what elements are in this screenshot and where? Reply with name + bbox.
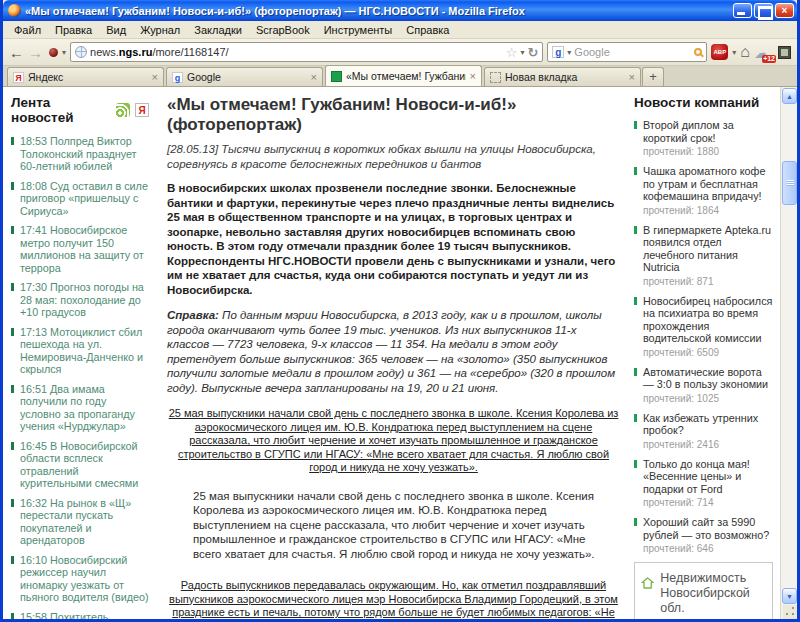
window-titlebar[interactable]: «Мы отмечаем! Гужбаним! Новоси-и-иб!» (ф… <box>3 0 797 21</box>
reads-count: прочтений: 1025 <box>643 393 773 404</box>
tab-close-icon[interactable]: × <box>629 72 635 83</box>
url-dropdown-icon[interactable]: ▾ <box>520 48 524 57</box>
company-news-link[interactable]: Только до конца мая! «Весенние цены» и п… <box>634 458 773 496</box>
url-bar[interactable]: news.ngs.ru/more/1168147/ ☆ ▾ ↻ <box>70 42 543 62</box>
tab-favicon <box>331 71 342 82</box>
company-news-item: Только до конца мая! «Весенние цены» и п… <box>634 458 773 509</box>
news-feed-sidebar: Лента новостей Я 18:53 Полпред Виктор То… <box>3 87 153 619</box>
browser-tab[interactable]: Я Яндекс × <box>7 67 164 86</box>
scrapbook-icon[interactable] <box>778 46 791 59</box>
tab-strip: Я Яндекс × g Google × «Мы отмечаем! Гужб… <box>3 66 797 87</box>
resize-grip[interactable] <box>783 605 797 619</box>
feed-item-link[interactable]: 16:45 В Новосибирской области всплеск от… <box>11 440 149 490</box>
search-magnifier-icon[interactable] <box>694 48 702 56</box>
menu-item[interactable]: Закладки <box>187 23 249 37</box>
company-news-link[interactable]: В гипермаркете Apteka.ru появился отдел … <box>634 224 773 274</box>
rss-icon[interactable] <box>116 103 130 117</box>
company-news-item: Новосибирец набросился на психиатра во в… <box>634 295 773 358</box>
tab-label: Google <box>187 71 307 83</box>
article-spravka: Справка: По данным мэрии Новосибирска, в… <box>167 308 620 395</box>
feed-item-link[interactable]: 16:51 Два имама получили по году условно… <box>11 383 149 433</box>
company-news-link[interactable]: Как избежать утренних пробок? <box>634 412 773 437</box>
reads-count: прочтений: 6509 <box>643 347 773 358</box>
forward-icon[interactable]: → <box>28 45 43 60</box>
bookmark-star-icon[interactable]: ☆ <box>506 46 518 59</box>
weather-icon[interactable]: ☁+12 <box>754 45 774 60</box>
scroll-up-icon[interactable]: ▲ <box>782 88 797 104</box>
tab-close-icon[interactable]: × <box>152 72 158 83</box>
realty-title: Недвижимость Новосибирской обл. <box>660 571 766 616</box>
search-input[interactable] <box>574 46 691 58</box>
realty-widget: Недвижимость Новосибирской обл. 1 950 ты… <box>634 562 773 619</box>
company-news-item: Хороший сайт за 5990 рублей — это возмож… <box>634 516 773 554</box>
home-icon[interactable]: ⌂ <box>740 44 750 60</box>
feed-item-link[interactable]: 16:10 Новосибирский режиссер научил ином… <box>11 554 149 604</box>
adblock-icon[interactable]: ABP <box>711 44 728 60</box>
tab-close-icon[interactable]: × <box>470 71 476 82</box>
close-button[interactable]: × <box>775 3 794 18</box>
feed-item-link[interactable]: 16:32 На рынок в «Щ» перестали пускать п… <box>11 497 149 547</box>
company-news-link[interactable]: Хороший сайт за 5990 рублей — это возмож… <box>634 516 773 541</box>
tab-label: «Мы отмечаем! Гужбаним! Новоси-и-и... <box>346 70 466 82</box>
menu-item[interactable]: Справка <box>399 23 456 37</box>
browser-tab[interactable]: «Мы отмечаем! Гужбаним! Новоси-и-и... × <box>325 65 482 86</box>
navigation-toolbar: ← → ▾ news.ngs.ru/more/1168147/ ☆ ▾ ↻ g … <box>3 39 797 66</box>
site-globe-icon <box>75 46 87 58</box>
company-news-item: Чашка ароматного кофе по утрам и бесплат… <box>634 165 773 216</box>
search-engine-dropdown-icon[interactable]: ▾ <box>567 48 571 57</box>
company-news-link[interactable]: Второй диплом за короткий срок! <box>634 119 773 144</box>
feed-item-link[interactable]: 18:53 Полпред Виктор Толоконский праздну… <box>11 135 149 173</box>
reads-count: прочтений: 871 <box>643 276 773 287</box>
reads-count: прочтений: 1880 <box>643 146 773 157</box>
tab-label: Яндекс <box>28 71 148 83</box>
reads-count: прочтений: 1864 <box>643 205 773 216</box>
tab-favicon: g <box>172 72 183 83</box>
yandex-icon[interactable]: Я <box>135 103 149 117</box>
company-news-link[interactable]: Автоматические ворота — 3:0 в пользу эко… <box>634 366 773 391</box>
firefox-icon <box>8 4 21 17</box>
record-icon[interactable] <box>49 48 58 57</box>
feed-title: Лента новостей <box>11 95 111 125</box>
menu-item[interactable]: Файл <box>7 23 48 37</box>
vertical-scrollbar[interactable]: ▲ ▼ <box>780 87 797 619</box>
tab-favicon <box>490 72 501 83</box>
adblock-dropdown-icon[interactable]: ▾ <box>732 48 736 57</box>
feed-item-link[interactable]: 15:58 Похититель госномеров отправился п… <box>11 611 149 620</box>
reload-icon[interactable]: ↻ <box>527 46 538 59</box>
scrollbar-thumb[interactable] <box>782 161 797 205</box>
browser-tab[interactable]: g Google × <box>166 67 323 86</box>
feed-item-link[interactable]: 17:13 Мотоциклист сбил пешехода на ул. Н… <box>11 326 149 376</box>
article-subtitle: [28.05.13] Тысячи выпускниц в коротких ю… <box>167 142 620 171</box>
article-link-paragraph[interactable]: Радость выпускников передавалась окружаю… <box>167 579 620 619</box>
menu-item[interactable]: Инструменты <box>317 23 400 37</box>
feed-item-link[interactable]: 18:08 Суд оставил в силе приговор «прише… <box>11 180 149 218</box>
url-text[interactable]: news.ngs.ru/more/1168147/ <box>90 46 503 58</box>
maximize-button[interactable] <box>754 3 773 18</box>
browser-tab[interactable]: Новая вкладка × <box>484 67 641 86</box>
reads-count: прочтений: 2416 <box>643 439 773 450</box>
back-icon[interactable]: ← <box>9 45 24 60</box>
menu-item[interactable]: Журнал <box>133 23 187 37</box>
minimize-button[interactable] <box>733 3 752 18</box>
nav-dropdown-icon[interactable]: ▾ <box>62 48 66 57</box>
company-news-item: В гипермаркете Apteka.ru появился отдел … <box>634 224 773 287</box>
company-news-link[interactable]: Чашка ароматного кофе по утрам и бесплат… <box>634 165 773 203</box>
tab-favicon: Я <box>13 72 24 83</box>
search-box[interactable]: g ▾ <box>547 42 707 62</box>
company-news-title: Новости компаний <box>634 95 773 110</box>
tab-close-icon[interactable]: × <box>311 72 317 83</box>
menu-item[interactable]: Вид <box>99 23 133 37</box>
feed-item-link[interactable]: 17:41 Новосибирское метро получит 150 ми… <box>11 224 149 274</box>
new-tab-button[interactable]: + <box>642 67 664 86</box>
menu-item[interactable]: ScrapBook <box>249 23 317 37</box>
company-news-link[interactable]: Новосибирец набросился на психиатра во в… <box>634 295 773 345</box>
article-paragraph: 25 мая выпускники начали свой день с пос… <box>167 489 620 562</box>
google-search-icon: g <box>552 46 564 58</box>
menu-item[interactable]: Правка <box>48 23 99 37</box>
article-lead: В новосибирских школах прозвенели послед… <box>167 181 620 297</box>
feed-item-link[interactable]: 17:30 Прогноз погоды на 28 мая: похолода… <box>11 281 149 319</box>
company-news-item: Автоматические ворота — 3:0 в пользу эко… <box>634 366 773 404</box>
weather-badge: +12 <box>762 55 776 63</box>
scroll-down-icon[interactable]: ▼ <box>782 588 797 604</box>
article-link-paragraph[interactable]: 25 мая выпускники начали свой день с пос… <box>167 407 620 475</box>
